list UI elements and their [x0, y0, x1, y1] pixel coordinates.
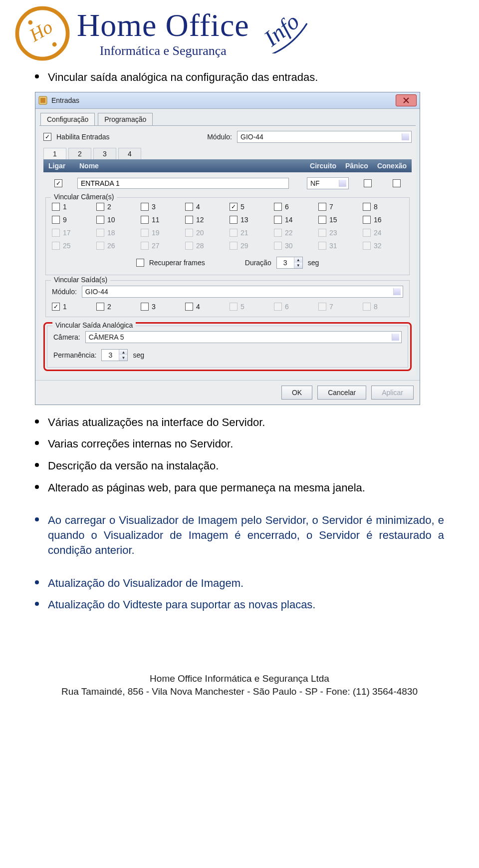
footer-line-2: Rua Tamaindé, 856 - Vila Nova Manchester…	[35, 685, 444, 699]
saida-grid: 1 2 3 4 5 6 7 8	[52, 303, 403, 311]
close-button[interactable]	[396, 94, 417, 106]
cam-18: 18	[96, 229, 137, 237]
page-footer: Home Office Informática e Segurança Ltda…	[35, 672, 444, 699]
entry-tab-2[interactable]: 2	[68, 148, 91, 159]
modulo-select[interactable]: GIO-44	[237, 131, 412, 143]
cam-8: 8	[363, 203, 403, 211]
content-area: Vincular saída analógica na configuração…	[15, 70, 464, 699]
ok-button[interactable]: OK	[281, 386, 312, 400]
brand-logo-icon: Ho	[15, 6, 70, 61]
entry-tab-1[interactable]: 1	[43, 148, 66, 159]
permanencia-seg-label: seg	[133, 351, 144, 359]
panico-checkbox[interactable]	[364, 179, 372, 187]
cam-19: 19	[141, 229, 181, 237]
entry-tab-3[interactable]: 3	[93, 148, 116, 159]
camera-grid: 1 2 3 4 5 6 7 8 9 10 11 12 13 14	[52, 203, 403, 250]
bullet-text: Várias atualizações na interface do Serv…	[48, 415, 444, 430]
bullet-text: Atualização do Visualizador de Imagem.	[48, 576, 444, 591]
cam-7: 7	[318, 203, 359, 211]
cam-26: 26	[96, 242, 137, 250]
tab-body: Habilita Entradas Módulo: GIO-44 1 2 3 4…	[39, 125, 416, 376]
saida-6: 6	[274, 303, 314, 311]
bullet-dot-icon	[35, 602, 39, 606]
tab-configuracao[interactable]: Configuração	[40, 113, 95, 125]
cam-31: 31	[318, 242, 359, 250]
cam-11: 11	[141, 216, 181, 224]
cam-10: 10	[96, 216, 137, 224]
bullet-text: Alterado as páginas web, para que perman…	[48, 480, 444, 495]
entry-tabs: 1 2 3 4	[43, 148, 412, 159]
cam-24: 24	[363, 229, 403, 237]
cam-16: 16	[363, 216, 403, 224]
bullet-item: Atualização do Vidteste para suportar as…	[35, 597, 444, 612]
cam-28: 28	[185, 242, 226, 250]
dialog-button-row: OK Cancelar Aplicar	[35, 380, 420, 405]
entry-name-input[interactable]	[77, 178, 289, 189]
bullet-item: Vincular saída analógica na configuração…	[35, 70, 444, 85]
svg-point-3	[52, 42, 57, 47]
permanencia-label: Permanência:	[53, 351, 96, 359]
entry-tab-4[interactable]: 4	[118, 148, 141, 159]
bullet-dot-icon	[35, 441, 39, 445]
brand-main-text: Home Office	[77, 9, 249, 41]
recuperar-frames-label: Recuperar frames	[149, 259, 205, 267]
bullet-item: Atualização do Visualizador de Imagem.	[35, 576, 444, 591]
duracao-spinner[interactable]: 3 ▲▼	[276, 257, 303, 269]
col-ligar: Ligar	[48, 162, 72, 170]
entry-row: NF	[43, 172, 412, 194]
bullet-text: Vincular saída analógica na configuração…	[48, 70, 444, 85]
vincular-saidas-legend: Vincular Saída(s)	[51, 276, 110, 284]
cam-29: 29	[230, 242, 270, 250]
saida-8: 8	[363, 303, 403, 311]
bullet-text: Atualização do Vidteste para suportar as…	[48, 597, 444, 612]
duracao-label: Duração	[245, 259, 271, 267]
cam-17: 17	[52, 229, 92, 237]
bullet-text: Descrição da versão na instalação.	[48, 458, 444, 473]
cam-25: 25	[52, 242, 92, 250]
bullet-text: Varias correções internas no Servidor.	[48, 436, 444, 451]
cam-13: 13	[230, 216, 270, 224]
cam-1: 1	[52, 203, 92, 211]
cam-32: 32	[363, 242, 403, 250]
permanencia-spinner[interactable]: 3 ▲▼	[101, 349, 128, 361]
col-nome: Nome	[79, 162, 303, 170]
vincular-saida-analogica-fieldset: Vincular Saída Analógica Câmera: CÂMERA …	[47, 326, 408, 368]
tab-programacao[interactable]: Programação	[98, 113, 153, 125]
cam-6: 6	[274, 203, 314, 211]
bullet-item: Varias correções internas no Servidor.	[35, 436, 444, 451]
col-conexao: Conexão	[377, 162, 407, 170]
entradas-window: Entradas Configuração Programação Habili…	[35, 92, 420, 405]
circuito-select[interactable]: NF	[307, 177, 349, 189]
bullet-dot-icon	[35, 420, 39, 424]
apply-button: Aplicar	[371, 386, 414, 400]
close-icon	[403, 97, 410, 104]
ligar-checkbox[interactable]	[54, 179, 62, 187]
window-title: Entradas	[51, 96, 79, 104]
saida-4: 4	[185, 303, 226, 311]
columns-header: Ligar Nome Circuito Pânico Conexão	[43, 159, 412, 172]
cam-2: 2	[96, 203, 137, 211]
cam-30: 30	[274, 242, 314, 250]
analog-camera-select[interactable]: CÂMERA 5	[85, 331, 402, 343]
highlight-box: Vincular Saída Analógica Câmera: CÂMERA …	[43, 322, 412, 371]
bullet-item: Várias atualizações na interface do Serv…	[35, 415, 444, 430]
brand-sub-text: Informática e Segurança	[77, 44, 249, 57]
bullet-item: Ao carregar o Visualizador de Imagem pel…	[35, 513, 444, 557]
cancel-button[interactable]: Cancelar	[317, 386, 366, 400]
habilita-entradas-checkbox[interactable]	[43, 133, 51, 141]
cam-27: 27	[141, 242, 181, 250]
recuperar-frames-checkbox[interactable]	[136, 259, 144, 267]
bullet-item: Alterado as páginas web, para que perman…	[35, 480, 444, 495]
brand-text: Home Office Informática e Segurança	[77, 9, 249, 57]
col-circuito: Circuito	[310, 162, 336, 170]
bullet-dot-icon	[35, 74, 39, 78]
saida-modulo-select[interactable]: GIO-44	[82, 286, 403, 298]
vincular-cameras-legend: Vincular Câmera(s)	[51, 193, 117, 201]
saida-3: 3	[141, 303, 181, 311]
col-panico: Pânico	[345, 162, 368, 170]
conexao-checkbox[interactable]	[393, 179, 401, 187]
footer-line-1: Home Office Informática e Segurança Ltda	[35, 672, 444, 686]
cam-15: 15	[318, 216, 359, 224]
analog-camera-label: Câmera:	[53, 333, 80, 341]
vincular-saidas-fieldset: Vincular Saída(s) Módulo: GIO-44 1 2 3 4…	[45, 280, 410, 317]
